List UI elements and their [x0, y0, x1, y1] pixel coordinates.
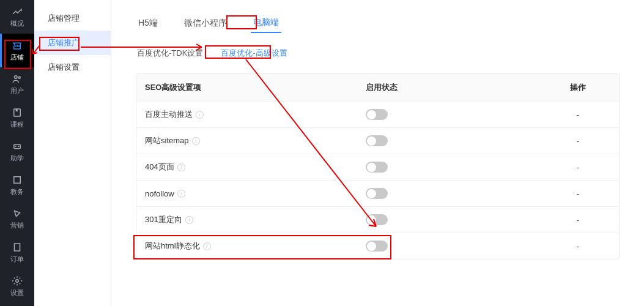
tab-pc[interactable]: 电脑端 [251, 13, 281, 33]
op-placeholder: - [577, 215, 579, 225]
marketing-icon [12, 208, 23, 219]
nav-course[interactable]: 课程 [0, 101, 34, 135]
svg-point-1 [18, 76, 20, 78]
nav-marketing[interactable]: 营销 [0, 202, 34, 236]
toggle-switch[interactable] [366, 109, 388, 120]
svg-point-8 [16, 279, 19, 282]
table-header: SEO高级设置项 启用状态 操作 [136, 74, 619, 101]
svg-rect-7 [15, 244, 20, 251]
tab-h5[interactable]: H5端 [136, 14, 160, 32]
op-placeholder: - [577, 163, 579, 172]
tab-wxminiprogram[interactable]: 微信小程序 [182, 14, 229, 32]
table-row: nofollowi- [136, 180, 619, 206]
course-icon [12, 107, 23, 118]
nav-settings[interactable]: 设置 [0, 269, 34, 303]
th-item: SEO高级设置项 [136, 82, 366, 93]
settings-icon [12, 275, 23, 286]
toggle-switch[interactable] [366, 214, 388, 225]
op-placeholder: - [577, 242, 579, 251]
sub-nav: 店铺管理 店铺推广 店铺设置 [34, 0, 111, 306]
toggle-switch[interactable] [366, 162, 388, 173]
svg-point-0 [15, 75, 18, 78]
info-icon[interactable]: i [185, 216, 193, 224]
th-status: 启用状态 [366, 82, 537, 93]
nav-label: 助学 [10, 154, 24, 163]
shop-icon [12, 40, 23, 51]
nav-label: 概况 [10, 19, 24, 28]
info-icon[interactable]: i [177, 190, 185, 198]
table-row: 网站html静态化i- [136, 233, 619, 259]
toggle-switch[interactable] [366, 241, 388, 252]
nav-label: 设置 [10, 288, 24, 297]
nav-label: 营销 [10, 221, 24, 230]
nav-shop[interactable]: 店铺 [0, 34, 34, 67]
nav-label: 订单 [10, 255, 24, 264]
subtab-advanced[interactable]: 百度优化-高级设置 [220, 45, 288, 61]
nav-label: 用户 [10, 86, 24, 95]
svg-rect-3 [14, 144, 21, 149]
overview-icon [12, 6, 23, 17]
nav-users[interactable]: 用户 [0, 67, 34, 101]
subnav-shop-settings[interactable]: 店铺设置 [34, 55, 111, 80]
table-row: 百度主动推送i- [136, 101, 619, 127]
row-label: 404页面 [145, 162, 174, 173]
subtab-tdk[interactable]: 百度优化-TDK设置 [136, 45, 204, 61]
row-label: nofollow [145, 189, 174, 198]
svg-point-5 [18, 145, 19, 146]
subnav-shop-manage[interactable]: 店铺管理 [34, 6, 111, 31]
toggle-switch[interactable] [366, 188, 388, 199]
nav-order[interactable]: 订单 [0, 236, 34, 269]
nav-assist[interactable]: 助学 [0, 135, 34, 168]
info-icon[interactable]: i [203, 242, 211, 250]
row-label: 百度主动推送 [145, 109, 193, 120]
op-placeholder: - [577, 110, 579, 119]
nav-teach[interactable]: 教务 [0, 168, 34, 202]
seo-table: SEO高级设置项 启用状态 操作 百度主动推送i-网站sitemapi-404页… [136, 73, 620, 259]
info-icon[interactable]: i [196, 111, 204, 119]
nav-label: 教务 [10, 187, 24, 196]
op-placeholder: - [577, 136, 579, 146]
nav-label: 课程 [10, 120, 24, 129]
row-label: 网站html静态化 [145, 241, 200, 252]
info-icon[interactable]: i [177, 163, 185, 171]
row-label: 网站sitemap [145, 135, 189, 146]
teach-icon [12, 174, 23, 185]
th-op: 操作 [537, 82, 619, 93]
nav-overview[interactable]: 概况 [0, 0, 34, 34]
op-placeholder: - [577, 189, 579, 198]
table-row: 网站sitemapi- [136, 127, 619, 154]
svg-point-4 [15, 145, 17, 146]
subnav-shop-promo[interactable]: 店铺推广 [34, 31, 111, 55]
row-label: 301重定向 [145, 214, 182, 225]
info-icon[interactable]: i [192, 137, 200, 145]
users-icon [12, 73, 23, 84]
order-icon [12, 242, 23, 253]
tabs: H5端 微信小程序 电脑端 [136, 12, 620, 34]
toggle-switch[interactable] [366, 135, 388, 146]
svg-rect-6 [14, 176, 21, 183]
table-row: 301重定向i- [136, 206, 619, 233]
assist-icon [12, 141, 23, 152]
table-row: 404页面i- [136, 154, 619, 180]
main-panel: H5端 微信小程序 电脑端 百度优化-TDK设置 百度优化-高级设置 SEO高级… [111, 0, 644, 306]
nav-label: 店铺 [10, 53, 24, 62]
sub-tabs: 百度优化-TDK设置 百度优化-高级设置 [136, 45, 620, 61]
left-nav: 概况 店铺 用户 课程 助学 教务 营销 订单 设置 [0, 0, 34, 306]
